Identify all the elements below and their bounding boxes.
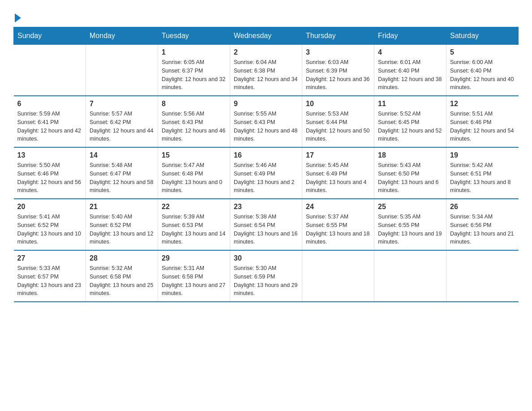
calendar-cell: 28Sunrise: 5:32 AMSunset: 6:58 PMDayligh… <box>86 250 158 302</box>
day-info: Sunrise: 5:30 AMSunset: 6:59 PMDaylight:… <box>234 264 298 298</box>
day-info: Sunrise: 5:37 AMSunset: 6:55 PMDaylight:… <box>306 213 370 246</box>
day-info: Sunrise: 5:41 AMSunset: 6:52 PMDaylight:… <box>17 213 82 246</box>
calendar-cell: 13Sunrise: 5:50 AMSunset: 6:46 PMDayligh… <box>14 147 86 199</box>
day-info: Sunrise: 5:57 AMSunset: 6:42 PMDaylight:… <box>90 110 154 143</box>
calendar-cell: 15Sunrise: 5:47 AMSunset: 6:48 PMDayligh… <box>158 147 230 199</box>
day-number: 17 <box>306 151 370 159</box>
calendar-cell: 2Sunrise: 6:04 AMSunset: 6:38 PMDaylight… <box>230 45 302 96</box>
calendar-cell: 27Sunrise: 5:33 AMSunset: 6:57 PMDayligh… <box>14 250 86 302</box>
day-info: Sunrise: 5:45 AMSunset: 6:49 PMDaylight:… <box>306 161 370 195</box>
day-info: Sunrise: 5:43 AMSunset: 6:50 PMDaylight:… <box>378 161 442 195</box>
day-number: 11 <box>378 100 442 108</box>
day-number: 9 <box>234 100 298 108</box>
day-info: Sunrise: 5:31 AMSunset: 6:58 PMDaylight:… <box>162 264 226 298</box>
week-row-5: 27Sunrise: 5:33 AMSunset: 6:57 PMDayligh… <box>14 250 519 302</box>
calendar-cell: 29Sunrise: 5:31 AMSunset: 6:58 PMDayligh… <box>158 250 230 302</box>
day-number: 12 <box>450 100 515 108</box>
day-info: Sunrise: 5:55 AMSunset: 6:43 PMDaylight:… <box>234 110 298 143</box>
calendar-cell: 25Sunrise: 5:35 AMSunset: 6:55 PMDayligh… <box>374 199 446 250</box>
calendar-body: 1Sunrise: 6:05 AMSunset: 6:37 PMDaylight… <box>14 45 519 302</box>
day-info: Sunrise: 5:35 AMSunset: 6:55 PMDaylight:… <box>378 213 442 246</box>
day-info: Sunrise: 5:34 AMSunset: 6:56 PMDaylight:… <box>450 213 515 246</box>
day-info: Sunrise: 5:59 AMSunset: 6:41 PMDaylight:… <box>17 110 82 143</box>
day-info: Sunrise: 5:52 AMSunset: 6:45 PMDaylight:… <box>378 110 442 143</box>
calendar-cell: 30Sunrise: 5:30 AMSunset: 6:59 PMDayligh… <box>230 250 302 302</box>
calendar-cell: 1Sunrise: 6:05 AMSunset: 6:37 PMDaylight… <box>158 45 230 96</box>
day-number: 27 <box>17 254 82 262</box>
day-number: 20 <box>17 203 82 211</box>
day-number: 2 <box>234 48 298 56</box>
logo <box>13 9 23 22</box>
calendar-table: SundayMondayTuesdayWednesdayThursdayFrid… <box>13 27 519 302</box>
day-number: 5 <box>450 48 515 56</box>
day-info: Sunrise: 6:04 AMSunset: 6:38 PMDaylight:… <box>234 58 298 92</box>
day-number: 16 <box>234 151 298 159</box>
day-number: 18 <box>378 151 442 159</box>
calendar-cell <box>374 250 446 302</box>
day-number: 22 <box>162 203 226 211</box>
calendar-cell: 12Sunrise: 5:51 AMSunset: 6:46 PMDayligh… <box>446 96 519 147</box>
day-number: 10 <box>306 100 370 108</box>
logo-arrow-icon <box>15 13 21 22</box>
calendar-cell <box>14 45 86 96</box>
day-number: 1 <box>162 48 226 56</box>
day-info: Sunrise: 6:05 AMSunset: 6:37 PMDaylight:… <box>162 58 226 92</box>
day-info: Sunrise: 5:32 AMSunset: 6:58 PMDaylight:… <box>90 264 154 298</box>
day-number: 8 <box>162 100 226 108</box>
calendar-cell: 11Sunrise: 5:52 AMSunset: 6:45 PMDayligh… <box>374 96 446 147</box>
calendar-cell: 6Sunrise: 5:59 AMSunset: 6:41 PMDaylight… <box>14 96 86 147</box>
page-header <box>13 9 519 22</box>
day-number: 7 <box>90 100 154 108</box>
calendar-cell: 23Sunrise: 5:38 AMSunset: 6:54 PMDayligh… <box>230 199 302 250</box>
day-number: 30 <box>234 254 298 262</box>
calendar-cell: 9Sunrise: 5:55 AMSunset: 6:43 PMDaylight… <box>230 96 302 147</box>
calendar-cell: 7Sunrise: 5:57 AMSunset: 6:42 PMDaylight… <box>86 96 158 147</box>
calendar-header: SundayMondayTuesdayWednesdayThursdayFrid… <box>14 27 519 45</box>
day-info: Sunrise: 5:51 AMSunset: 6:46 PMDaylight:… <box>450 110 515 143</box>
weekday-header-sunday: Sunday <box>14 27 86 45</box>
calendar-cell: 4Sunrise: 6:01 AMSunset: 6:40 PMDaylight… <box>374 45 446 96</box>
calendar-cell: 26Sunrise: 5:34 AMSunset: 6:56 PMDayligh… <box>446 199 519 250</box>
calendar-cell: 10Sunrise: 5:53 AMSunset: 6:44 PMDayligh… <box>302 96 374 147</box>
calendar-cell: 18Sunrise: 5:43 AMSunset: 6:50 PMDayligh… <box>374 147 446 199</box>
calendar-cell <box>446 250 519 302</box>
day-number: 14 <box>90 151 154 159</box>
day-info: Sunrise: 5:33 AMSunset: 6:57 PMDaylight:… <box>17 264 82 298</box>
day-info: Sunrise: 5:40 AMSunset: 6:52 PMDaylight:… <box>90 213 154 246</box>
weekday-header-friday: Friday <box>374 27 446 45</box>
day-number: 13 <box>17 151 82 159</box>
day-info: Sunrise: 5:38 AMSunset: 6:54 PMDaylight:… <box>234 213 298 246</box>
week-row-3: 13Sunrise: 5:50 AMSunset: 6:46 PMDayligh… <box>14 147 519 199</box>
day-number: 28 <box>90 254 154 262</box>
day-info: Sunrise: 5:48 AMSunset: 6:47 PMDaylight:… <box>90 161 154 195</box>
week-row-1: 1Sunrise: 6:05 AMSunset: 6:37 PMDaylight… <box>14 45 519 96</box>
day-info: Sunrise: 5:46 AMSunset: 6:49 PMDaylight:… <box>234 161 298 195</box>
day-info: Sunrise: 5:50 AMSunset: 6:46 PMDaylight:… <box>17 161 82 195</box>
day-info: Sunrise: 6:00 AMSunset: 6:40 PMDaylight:… <box>450 58 515 92</box>
calendar-cell: 17Sunrise: 5:45 AMSunset: 6:49 PMDayligh… <box>302 147 374 199</box>
week-row-4: 20Sunrise: 5:41 AMSunset: 6:52 PMDayligh… <box>14 199 519 250</box>
calendar-cell <box>86 45 158 96</box>
calendar-cell: 20Sunrise: 5:41 AMSunset: 6:52 PMDayligh… <box>14 199 86 250</box>
day-number: 4 <box>378 48 442 56</box>
calendar-cell: 14Sunrise: 5:48 AMSunset: 6:47 PMDayligh… <box>86 147 158 199</box>
day-info: Sunrise: 6:03 AMSunset: 6:39 PMDaylight:… <box>306 58 370 92</box>
calendar-cell: 21Sunrise: 5:40 AMSunset: 6:52 PMDayligh… <box>86 199 158 250</box>
day-info: Sunrise: 5:53 AMSunset: 6:44 PMDaylight:… <box>306 110 370 143</box>
calendar-cell <box>302 250 374 302</box>
week-row-2: 6Sunrise: 5:59 AMSunset: 6:41 PMDaylight… <box>14 96 519 147</box>
day-number: 26 <box>450 203 515 211</box>
logo-blue-section <box>13 13 23 22</box>
weekday-header-monday: Monday <box>86 27 158 45</box>
day-info: Sunrise: 5:56 AMSunset: 6:43 PMDaylight:… <box>162 110 226 143</box>
day-number: 19 <box>450 151 515 159</box>
day-number: 24 <box>306 203 370 211</box>
day-number: 15 <box>162 151 226 159</box>
weekday-header-saturday: Saturday <box>446 27 519 45</box>
day-number: 6 <box>17 100 82 108</box>
calendar-cell: 19Sunrise: 5:42 AMSunset: 6:51 PMDayligh… <box>446 147 519 199</box>
weekday-header-tuesday: Tuesday <box>158 27 230 45</box>
calendar-cell: 3Sunrise: 6:03 AMSunset: 6:39 PMDaylight… <box>302 45 374 96</box>
calendar-cell: 24Sunrise: 5:37 AMSunset: 6:55 PMDayligh… <box>302 199 374 250</box>
day-number: 29 <box>162 254 226 262</box>
